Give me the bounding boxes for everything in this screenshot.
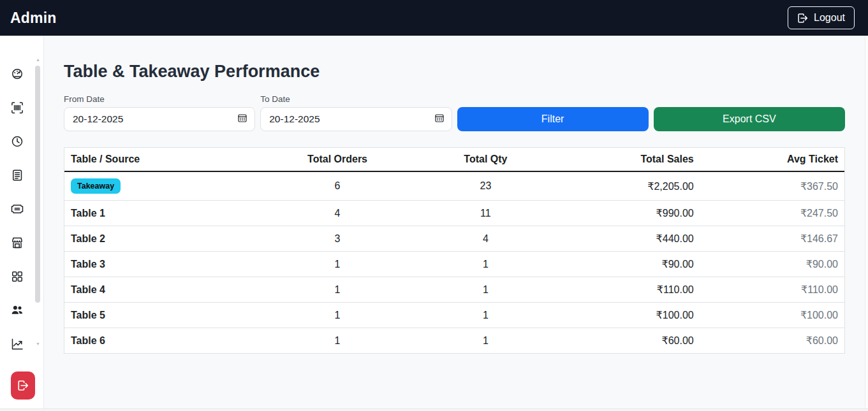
cell-source: Table 5	[64, 303, 256, 328]
table-row: Table 6 1 1 ₹60.00 ₹60.00	[64, 328, 844, 354]
cell-qty: 1	[419, 277, 552, 303]
ticket-icon	[11, 203, 24, 215]
cell-qty: 4	[419, 226, 552, 252]
performance-table-card: Table / Source Total Orders Total Qty To…	[64, 147, 845, 354]
topbar: Admin Logout	[0, 0, 868, 36]
graph-up-icon	[11, 338, 24, 350]
sidebar-item-barcode[interactable]	[11, 101, 24, 114]
cell-source: Table 3	[64, 252, 256, 277]
table-row: Table 1 4 11 ₹990.00 ₹247.50	[64, 201, 844, 226]
column-header-source: Table / Source	[64, 148, 256, 171]
cell-qty: 11	[419, 201, 552, 226]
to-date-input[interactable]	[260, 107, 452, 131]
sidebar-item-dashboard[interactable]	[11, 68, 24, 80]
cell-qty: 1	[419, 303, 552, 328]
sidebar-item-history[interactable]	[11, 135, 24, 148]
sidebar-item-tickets[interactable]	[11, 203, 24, 215]
performance-table: Table / Source Total Orders Total Qty To…	[64, 148, 844, 353]
column-header-sales: Total Sales	[552, 148, 700, 171]
cell-source: Table 6	[64, 328, 256, 354]
filter-row: From Date To Date	[64, 94, 845, 131]
table-row: Table 5 1 1 ₹100.00 ₹100.00	[64, 303, 844, 328]
page-title: Table & Takeaway Performance	[64, 62, 845, 82]
sidebar-item-shop[interactable]	[11, 236, 24, 249]
to-date-field: To Date	[260, 94, 452, 131]
sidebar-logout-button[interactable]	[11, 371, 35, 400]
cell-source: Table 1	[64, 201, 256, 226]
shop-icon	[11, 236, 24, 249]
calendar-icon[interactable]	[237, 113, 247, 126]
cell-orders: 1	[256, 252, 420, 277]
column-header-avg: Avg Ticket	[700, 148, 844, 171]
cell-orders: 6	[256, 171, 420, 201]
to-date-label: To Date	[260, 94, 452, 104]
cell-sales: ₹990.00	[552, 201, 700, 226]
cell-avg: ₹90.00	[700, 252, 844, 277]
clock-icon	[11, 135, 24, 148]
logout-button-label: Logout	[814, 12, 845, 24]
sidebar-item-categories[interactable]	[11, 270, 24, 283]
table-row: Table 2 3 4 ₹440.00 ₹146.67	[64, 226, 844, 252]
cell-avg: ₹100.00	[700, 303, 844, 328]
cell-source: Table 2	[64, 226, 256, 252]
window-bottom-edge	[0, 408, 868, 411]
journal-icon	[11, 169, 24, 182]
from-date-input[interactable]	[64, 107, 255, 131]
from-date-label: From Date	[64, 94, 255, 104]
cell-orders: 1	[256, 277, 420, 303]
sidebar-scrollbar[interactable]: ▲ ▼	[35, 57, 41, 348]
cell-orders: 1	[256, 303, 420, 328]
cell-sales: ₹60.00	[552, 328, 700, 354]
scrollbar-thumb[interactable]	[35, 66, 40, 303]
box-arrow-right-icon	[797, 13, 808, 24]
from-date-field: From Date	[64, 94, 255, 131]
cell-qty: 1	[419, 252, 552, 277]
cell-avg: ₹146.67	[700, 226, 844, 252]
dashboard-gauge-icon	[11, 68, 24, 80]
cell-source: Table 4	[64, 277, 256, 303]
export-csv-button[interactable]: Export CSV	[654, 107, 845, 131]
page-scrollbar[interactable]	[865, 36, 868, 411]
table-header-row: Table / Source Total Orders Total Qty To…	[64, 148, 844, 171]
cell-orders: 1	[256, 328, 420, 354]
cell-sales: ₹110.00	[552, 277, 700, 303]
table-row: Takeaway 6 23 ₹2,205.00 ₹367.50	[64, 171, 844, 201]
column-header-qty: Total Qty	[419, 148, 552, 171]
scrollbar-up-arrow[interactable]: ▲	[35, 57, 41, 62]
calendar-icon[interactable]	[434, 113, 445, 126]
table-row: Table 4 1 1 ₹110.00 ₹110.00	[64, 277, 844, 303]
barcode-scan-icon	[11, 101, 24, 114]
cell-sales: ₹440.00	[552, 226, 700, 252]
people-icon	[11, 304, 24, 317]
cell-orders: 3	[256, 226, 420, 252]
app-title: Admin	[10, 10, 57, 27]
sidebar-item-journal[interactable]	[11, 169, 24, 182]
cell-sales: ₹2,205.00	[552, 171, 700, 201]
cell-sales: ₹90.00	[552, 252, 700, 277]
cell-avg: ₹60.00	[700, 328, 844, 354]
main-content: Table & Takeaway Performance From Date T…	[44, 36, 868, 411]
cell-avg: ₹110.00	[700, 277, 844, 303]
takeaway-badge: Takeaway	[71, 178, 121, 194]
sidebar-item-customers[interactable]	[11, 304, 24, 317]
sidebar: ▲ ▼	[0, 36, 44, 411]
box-arrow-right-icon	[17, 380, 29, 391]
scrollbar-down-arrow[interactable]: ▼	[35, 342, 41, 347]
grid-icon	[11, 270, 24, 283]
sidebar-item-reports[interactable]	[11, 338, 24, 350]
cell-sales: ₹100.00	[552, 303, 700, 328]
app-window: Admin Logout	[0, 0, 868, 411]
filter-button[interactable]: Filter	[457, 107, 649, 131]
table-row: Table 3 1 1 ₹90.00 ₹90.00	[64, 252, 844, 277]
cell-qty: 1	[419, 328, 552, 354]
cell-avg: ₹367.50	[700, 171, 844, 201]
logout-button[interactable]: Logout	[788, 6, 855, 29]
column-header-orders: Total Orders	[256, 148, 420, 171]
cell-qty: 23	[419, 171, 552, 201]
cell-orders: 4	[256, 201, 420, 226]
cell-avg: ₹247.50	[700, 201, 844, 226]
